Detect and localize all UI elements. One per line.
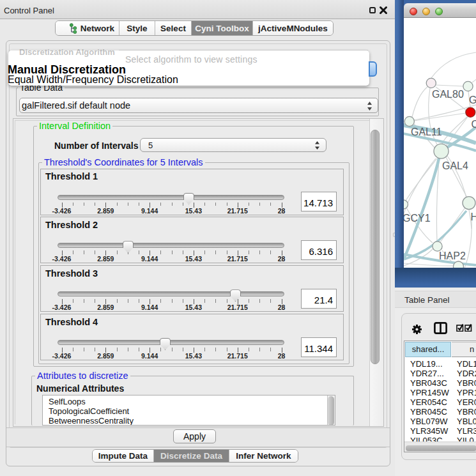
svg-text:H: H [471, 211, 476, 222]
svg-text:GAL80: GAL80 [432, 89, 464, 100]
svg-text:GCY1: GCY1 [404, 213, 431, 224]
svg-text:C: C [472, 119, 476, 130]
svg-text:HAP2: HAP2 [439, 250, 466, 261]
svg-text:GAL4: GAL4 [442, 160, 468, 171]
svg-text:GAL11: GAL11 [411, 127, 442, 137]
svg-text:GA: GA [469, 95, 476, 105]
